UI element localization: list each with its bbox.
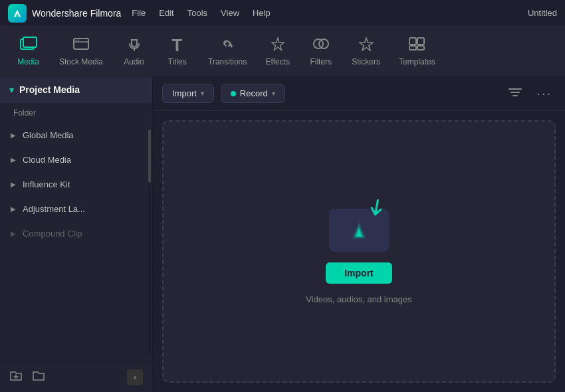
import-big-button[interactable]: Import: [326, 262, 392, 284]
tab-titles[interactable]: T Titles: [156, 31, 199, 72]
tab-audio-label: Audio: [124, 57, 144, 66]
stock-media-icon: [72, 37, 90, 54]
record-chevron-icon: ▾: [272, 90, 275, 97]
svg-marker-8: [272, 38, 284, 50]
record-dot-icon: [231, 91, 236, 96]
tab-media-label: Media: [17, 57, 39, 66]
svg-rect-3: [23, 37, 37, 47]
tab-stock-media-label: Stock Media: [59, 57, 103, 66]
tab-audio[interactable]: Audio: [112, 31, 156, 72]
content-toolbar: Import ▾ Record ▾ ···: [153, 76, 565, 111]
transitions-icon: [219, 37, 236, 54]
title-bar: Wondershare Filmora File Edit Tools View…: [0, 0, 565, 27]
record-button-label: Record: [240, 88, 268, 98]
tab-media[interactable]: Media: [7, 31, 50, 72]
menu-bar: File Edit Tools View Help: [132, 5, 517, 21]
import-button-label: Import: [172, 88, 197, 98]
tab-templates-label: Templates: [399, 57, 435, 66]
main-content: ▾ Project Media Folder ▶ Global Media ▶ …: [0, 76, 565, 392]
sidebar-item-cloud-media[interactable]: ▶ Cloud Media: [0, 147, 152, 172]
tab-stock-media[interactable]: Stock Media: [50, 31, 112, 72]
svg-rect-12: [417, 38, 424, 45]
sidebar-item-label-global: Global Media: [23, 130, 74, 140]
drop-zone-description: Videos, audios, and images: [306, 294, 411, 304]
import-button[interactable]: Import ▾: [162, 84, 214, 103]
import-chevron-icon: ▾: [201, 90, 204, 97]
tab-filters-label: Filters: [310, 57, 332, 66]
scroll-thumb[interactable]: [148, 130, 151, 183]
tab-titles-label: Titles: [168, 57, 186, 66]
sidebar: ▾ Project Media Folder ▶ Global Media ▶ …: [0, 76, 153, 392]
titles-icon: T: [172, 37, 183, 54]
menu-file[interactable]: File: [132, 5, 146, 21]
templates-icon: [408, 37, 425, 54]
sidebar-collapse-arrow: ▾: [9, 84, 14, 95]
sidebar-item-global-media[interactable]: ▶ Global Media: [0, 123, 152, 147]
sidebar-project-media-title: Project Media: [19, 84, 80, 95]
svg-rect-14: [417, 46, 424, 50]
scroll-track: [148, 130, 151, 355]
tab-templates[interactable]: Templates: [390, 31, 445, 72]
sidebar-item-label-influence: Influence Kit: [23, 179, 70, 189]
stickers-icon: [358, 37, 375, 54]
svg-point-5: [76, 39, 77, 41]
svg-rect-13: [409, 46, 416, 50]
filters-icon: [312, 37, 330, 54]
tab-transitions-label: Transitions: [208, 57, 247, 66]
tab-stickers[interactable]: Stickers: [342, 31, 390, 72]
menu-tools[interactable]: Tools: [187, 5, 207, 21]
app-name: Wondershare Filmora: [32, 8, 121, 19]
drop-zone-content: Import Videos, audios, and images: [306, 199, 411, 304]
menu-help[interactable]: Help: [253, 5, 271, 21]
tab-bar: Media Stock Media Audio T Titles: [0, 27, 565, 76]
tab-effects-label: Effects: [266, 57, 290, 66]
media-icon: [20, 37, 37, 54]
audio-icon: [127, 37, 142, 54]
app-logo: Wondershare Filmora: [8, 4, 121, 23]
menu-view[interactable]: View: [221, 5, 239, 21]
logo-icon: [8, 4, 27, 23]
add-folder-icon[interactable]: [9, 369, 23, 385]
tab-filters[interactable]: Filters: [299, 31, 342, 72]
sidebar-folder-label: Folder: [0, 103, 152, 123]
sidebar-item-arrow-global: ▶: [11, 132, 16, 139]
project-title: Untitled: [528, 8, 557, 18]
drop-zone[interactable]: Import Videos, audios, and images: [162, 120, 556, 383]
sidebar-header[interactable]: ▾ Project Media: [0, 76, 152, 103]
sidebar-item-compound-clip[interactable]: ▶ Compound Clip: [0, 221, 152, 246]
sidebar-item-arrow-cloud: ▶: [11, 156, 16, 163]
sidebar-item-label-cloud: Cloud Media: [23, 155, 71, 165]
sidebar-item-arrow-compound: ▶: [11, 230, 16, 237]
sidebar-item-label-adjustment: Adjustment La...: [23, 204, 85, 214]
menu-edit[interactable]: Edit: [159, 5, 173, 21]
sidebar-item-arrow-adjustment: ▶: [11, 205, 16, 213]
filter-icon[interactable]: [505, 84, 526, 104]
sidebar-item-adjustment[interactable]: ▶ Adjustment La...: [0, 197, 152, 221]
sidebar-bottom: ‹: [0, 361, 152, 392]
folder-illustration: [326, 199, 392, 252]
new-folder-icon[interactable]: [32, 369, 45, 385]
tab-effects[interactable]: Effects: [256, 31, 299, 72]
sidebar-collapse-button[interactable]: ‹: [127, 369, 143, 385]
content-area: Import ▾ Record ▾ ···: [153, 76, 565, 392]
svg-point-6: [78, 39, 79, 41]
sidebar-item-influence-kit[interactable]: ▶ Influence Kit: [0, 172, 152, 197]
sidebar-item-label-compound: Compound Clip: [23, 229, 82, 239]
sidebar-items-container: ▶ Global Media ▶ Cloud Media ▶ Influence…: [0, 123, 152, 361]
tab-transitions[interactable]: Transitions: [199, 31, 256, 72]
tab-stickers-label: Stickers: [352, 57, 380, 66]
svg-rect-11: [409, 38, 416, 45]
more-options-icon[interactable]: ···: [532, 83, 556, 104]
record-button[interactable]: Record ▾: [221, 84, 285, 103]
effects-icon: [269, 37, 286, 54]
sidebar-item-arrow-influence: ▶: [11, 181, 16, 188]
